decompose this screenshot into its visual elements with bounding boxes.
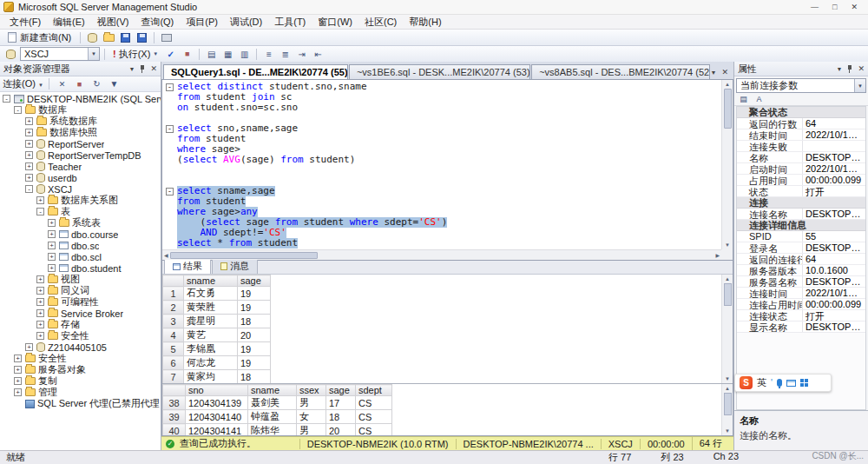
tree-item[interactable]: +ReportServer [0, 138, 161, 149]
database-icon[interactable] [85, 31, 100, 44]
property-category[interactable]: 聚合状态 [737, 107, 865, 118]
tree-item[interactable]: +复制 [0, 375, 161, 387]
print-icon[interactable] [159, 31, 174, 44]
close-icon[interactable]: ✕ [858, 64, 865, 73]
grid-cell[interactable]: 龚星明 [184, 315, 238, 328]
code-text[interactable]: on student.sno=sc.sno [177, 103, 298, 113]
tree-item[interactable]: +dbo.sc [0, 240, 161, 251]
code-area[interactable]: -select distinct student.sno,snamefrom s… [162, 80, 721, 249]
mic-icon[interactable] [777, 379, 782, 387]
expand-icon[interactable]: + [25, 140, 33, 148]
outdent-icon[interactable]: ⇤ [311, 48, 326, 61]
property-row[interactable]: 名称DESKTOP-NBME2I [737, 152, 865, 163]
grid-cell[interactable]: 19 [238, 342, 271, 356]
grid-row-header[interactable]: 38 [163, 396, 186, 410]
fold-gutter[interactable]: - [162, 186, 177, 196]
scroll-down-icon[interactable]: ▼ [723, 375, 732, 383]
collapse-icon[interactable]: - [36, 208, 44, 215]
cancel-query-icon[interactable]: ■ [180, 48, 194, 61]
fold-collapse-icon[interactable]: - [166, 125, 174, 133]
tree-item[interactable]: +安全性 [0, 330, 161, 341]
sql-editor[interactable]: -select distinct student.sno,snamefrom s… [161, 79, 733, 260]
expand-icon[interactable]: + [25, 174, 33, 182]
code-line[interactable]: select * from student [162, 238, 721, 249]
chevron-down-icon[interactable]: ▼ [854, 79, 865, 92]
property-row[interactable]: 连接失败 [737, 141, 865, 152]
property-row[interactable]: 返回的连接行数64 [737, 254, 865, 265]
refresh-icon[interactable]: ↻ [89, 77, 104, 90]
fold-collapse-icon[interactable]: - [166, 83, 174, 91]
grid-cell[interactable]: CS [356, 424, 392, 436]
expand-icon[interactable]: + [14, 355, 22, 362]
expand-icon[interactable]: + [36, 275, 44, 283]
grid-column-header[interactable]: sage [326, 385, 356, 396]
results-to-file-icon[interactable]: ▥ [237, 48, 252, 61]
keyboard-icon[interactable] [786, 380, 796, 387]
document-tab[interactable]: ~vs8AB5.sql - DES...BME2IK\20774 (52)) [531, 64, 709, 79]
grid-cell[interactable]: 18 [326, 410, 356, 424]
code-text[interactable]: (select AVG(sage) from student) [177, 155, 355, 165]
property-row[interactable]: 启动时间2022/10/14 11:11:4 [737, 163, 865, 175]
maximize-icon[interactable]: □ [825, 3, 844, 11]
property-row[interactable]: 显示名称DESKTOP-NBME2I [737, 321, 865, 333]
tree-item[interactable]: +Service Broker [0, 308, 161, 319]
code-line[interactable]: from student [162, 134, 721, 144]
grid-row-header[interactable]: 40 [163, 424, 186, 436]
tree-item[interactable]: +数据库快照 [0, 127, 161, 138]
property-value[interactable]: 打开 [803, 186, 865, 196]
grid-cell[interactable]: 19 [238, 356, 271, 370]
property-category[interactable]: 连接详细信息 [737, 220, 865, 231]
grid-row-header[interactable]: 5 [163, 342, 184, 356]
property-row[interactable]: 连接名称DESKTOP-NBME2I [737, 209, 865, 220]
ime-toolbar[interactable]: S 英 ' [734, 374, 832, 392]
grid-cell[interactable]: 18 [238, 315, 271, 328]
grid-cell[interactable]: 何志龙 [184, 356, 238, 370]
grid-cell[interactable]: 陈炜华 [248, 424, 297, 436]
menu-item[interactable]: 查询(Q) [135, 15, 180, 30]
property-value[interactable]: DESKTOP-NBME2I [803, 242, 865, 253]
property-value[interactable]: 2022/10/14 11:11:4 [803, 129, 865, 140]
tree-item[interactable]: SQL Server 代理(已禁用代理 XP) [0, 398, 161, 409]
expand-icon[interactable]: + [48, 264, 56, 272]
tab-messages[interactable]: 消息 [212, 258, 258, 274]
property-value[interactable]: DESKTOP-NBME2I [803, 276, 865, 287]
editor-horizontal-scrollbar[interactable]: ◀ ▶ [162, 249, 721, 260]
expand-icon[interactable]: + [36, 309, 44, 317]
expand-icon[interactable]: + [25, 129, 33, 136]
expand-icon[interactable]: + [14, 388, 22, 396]
grid-cell[interactable]: 黄艺 [184, 328, 238, 342]
scroll-left-icon[interactable]: ◀ [162, 250, 170, 260]
menu-item[interactable]: 调试(D) [224, 15, 268, 30]
scroll-up-icon[interactable]: ▲ [723, 384, 732, 393]
minimize-icon[interactable]: — [804, 3, 825, 11]
property-value[interactable] [803, 141, 865, 151]
grid-column-header[interactable]: sage [238, 275, 271, 287]
categorized-icon[interactable]: ▤ [737, 94, 750, 105]
tree-item[interactable]: +dbo.course [0, 229, 161, 240]
grid-column-header[interactable]: sno [186, 385, 248, 396]
expand-icon[interactable]: + [25, 162, 33, 170]
scroll-down-icon[interactable]: ▼ [723, 427, 732, 435]
code-line[interactable]: -select sname,sage [162, 186, 721, 196]
grid-cell[interactable]: 男 [297, 396, 326, 410]
grid-cell[interactable]: 1204304139 [186, 396, 248, 410]
expand-icon[interactable]: + [48, 253, 56, 261]
scrollbar-thumb[interactable] [170, 252, 318, 259]
tree-item[interactable]: +dbo.student [0, 262, 161, 274]
scrollbar-thumb[interactable] [724, 283, 732, 306]
save-all-icon[interactable] [135, 31, 149, 44]
grid-cell[interactable]: 李锦凰 [184, 342, 238, 356]
grid-cell[interactable]: 19 [238, 301, 271, 315]
fold-gutter[interactable]: - [162, 82, 177, 92]
grid-cell[interactable]: 20 [238, 328, 271, 342]
grid-cell[interactable]: 18 [238, 370, 271, 384]
fold-collapse-icon[interactable]: - [166, 188, 174, 196]
stop-icon[interactable]: ■ [72, 77, 87, 90]
parse-query-icon[interactable]: ✓ [163, 48, 178, 61]
chevron-down-icon[interactable]: ▼ [129, 66, 135, 72]
property-value[interactable]: 55 [803, 231, 865, 242]
code-line[interactable]: on student.sno=sc.sno [162, 103, 721, 113]
menu-item[interactable]: 文件(F) [3, 15, 47, 30]
expand-icon[interactable]: + [36, 321, 44, 328]
chevron-down-icon[interactable]: ▼ [153, 51, 158, 56]
